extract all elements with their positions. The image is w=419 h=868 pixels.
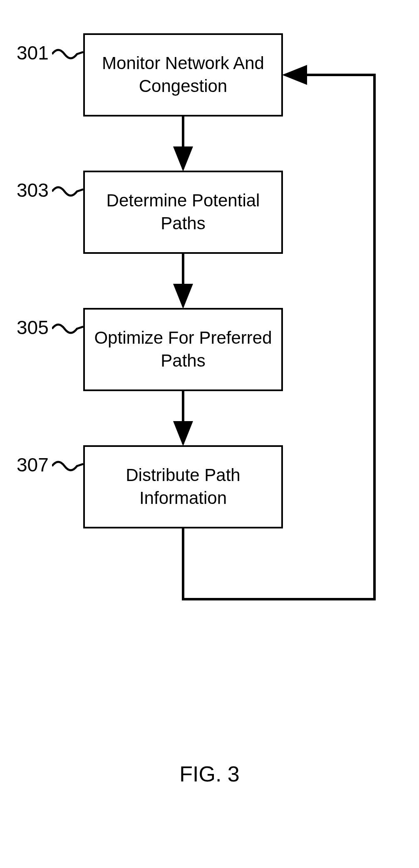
- step-label-305: 305: [17, 316, 49, 339]
- step-text: Determine Potential Paths: [93, 189, 273, 235]
- figure-caption: FIG. 3: [0, 761, 419, 786]
- step-text: Monitor Network And Congestion: [93, 52, 273, 97]
- step-text: Optimize For Preferred Paths: [93, 327, 273, 372]
- step-box-301: Monitor Network And Congestion: [83, 33, 283, 117]
- step-box-305: Optimize For Preferred Paths: [83, 308, 283, 391]
- squiggle-icon: [52, 458, 85, 474]
- step-box-307: Distribute Path Information: [83, 445, 283, 528]
- step-label-303: 303: [17, 179, 49, 201]
- step-box-303: Determine Potential Paths: [83, 171, 283, 254]
- step-label-307: 307: [17, 454, 49, 476]
- squiggle-icon: [52, 183, 85, 200]
- step-text: Distribute Path Information: [93, 464, 273, 509]
- squiggle-icon: [52, 320, 85, 337]
- step-label-301: 301: [17, 42, 49, 64]
- flowchart-connectors: [0, 0, 419, 868]
- squiggle-icon: [52, 46, 85, 62]
